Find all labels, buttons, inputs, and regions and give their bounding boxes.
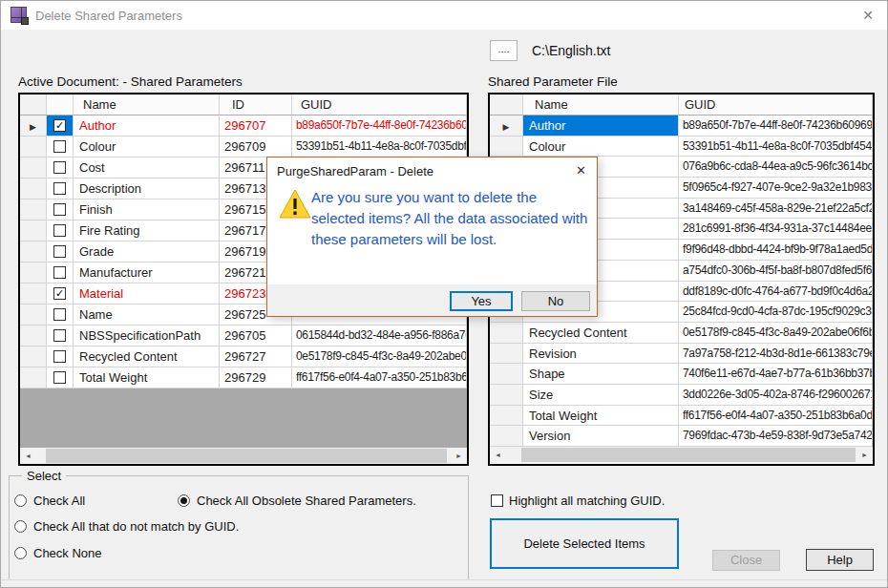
row-selector-cell[interactable] xyxy=(490,385,523,406)
row-checkbox[interactable] xyxy=(53,203,66,216)
row-selector-cell[interactable] xyxy=(490,136,523,158)
name-cell[interactable]: Fire Rating xyxy=(74,220,220,242)
name-cell[interactable]: Recycled Content xyxy=(74,346,220,368)
checkbox-cell[interactable] xyxy=(47,368,74,388)
radio-check-all-obsolete[interactable]: Check All Obsolete Shared Parameters. xyxy=(178,494,416,508)
row-checkbox[interactable] xyxy=(53,224,66,237)
name-cell[interactable]: Total Weight xyxy=(523,406,679,427)
name-cell[interactable]: Name xyxy=(74,304,220,326)
table-row[interactable]: ▶Authorb89a650f-7b7e-44ff-8e0f-74236b609… xyxy=(490,116,873,136)
guid-cell[interactable]: b89a650f-7b7e-44ff-8e0f-74236b609694 xyxy=(679,116,873,136)
name-cell[interactable]: Author xyxy=(523,116,679,136)
name-cell[interactable]: NBSSpecificationPath xyxy=(74,326,220,346)
name-cell[interactable]: Shape xyxy=(523,364,679,385)
table-row[interactable]: Recycled Content2967270e5178f9-c845-4f3c… xyxy=(20,346,467,368)
row-selector-cell[interactable] xyxy=(20,220,47,242)
name-cell[interactable]: Finish xyxy=(74,200,220,220)
radio-check-all[interactable]: Check All xyxy=(14,494,85,508)
yes-button[interactable]: Yes xyxy=(450,291,513,311)
id-cell[interactable]: 296727 xyxy=(220,346,292,368)
browse-file-button[interactable]: .... xyxy=(490,40,518,61)
radio-icon-selected[interactable] xyxy=(178,494,190,507)
row-selector-cell[interactable] xyxy=(20,136,47,158)
highlight-checkbox[interactable] xyxy=(491,494,503,507)
scroll-left-icon[interactable]: ◄ xyxy=(20,448,36,464)
guid-column-header[interactable]: GUID xyxy=(292,94,467,116)
row-checkbox[interactable] xyxy=(53,182,66,195)
id-column-header[interactable]: ID xyxy=(220,94,292,116)
name-cell[interactable]: Size xyxy=(523,385,679,406)
guid-cell[interactable]: 7969fdac-473b-4e59-838f-9d73e5a74295 xyxy=(679,426,873,447)
selector-column-header[interactable] xyxy=(20,94,47,116)
guid-cell[interactable]: 3a148469-c45f-458a-829e-21ef22a5cf2f xyxy=(679,199,873,220)
guid-cell[interactable]: a754dfc0-306b-4f5f-ba8f-b807d8fed5f6 xyxy=(679,261,873,282)
name-cell[interactable]: Author xyxy=(74,116,220,136)
row-selector-cell[interactable] xyxy=(20,262,47,284)
radio-icon[interactable] xyxy=(14,494,27,507)
id-cell[interactable]: 296729 xyxy=(220,368,292,388)
checkbox-cell[interactable] xyxy=(47,158,74,178)
guid-cell[interactable]: ddf8189c-d0fc-4764-a677-bd9f0c4d6a2d xyxy=(679,282,873,303)
name-cell[interactable]: Colour xyxy=(523,136,679,158)
guid-cell[interactable]: 0e5178f9-c845-4f3c-8a49-202abe06f6b7 xyxy=(679,323,873,344)
table-row[interactable]: Colour29670953391b51-4b11-4e8a-8c0f-7035… xyxy=(20,136,467,158)
scrollbar-thumb[interactable] xyxy=(46,449,447,463)
no-button[interactable]: No xyxy=(521,291,590,311)
name-cell[interactable]: Colour xyxy=(74,136,220,158)
guid-cell[interactable]: 0615844d-bd32-484e-a956-f886a7e3f... xyxy=(292,326,467,346)
row-selector-cell[interactable] xyxy=(490,344,523,365)
row-selector-cell[interactable] xyxy=(490,406,523,427)
close-button[interactable]: Close xyxy=(712,550,780,571)
row-checkbox[interactable] xyxy=(53,371,66,384)
selector-column-header[interactable] xyxy=(490,94,523,116)
guid-cell[interactable]: 740f6e11-e67d-4ae7-b77a-61b36bb37bde xyxy=(679,364,873,385)
name-cell[interactable]: Material xyxy=(74,284,220,304)
row-selector-cell[interactable] xyxy=(490,426,523,447)
radio-check-no-match-guid[interactable]: Check All that do not match by GUID. xyxy=(14,519,239,534)
row-checkbox[interactable] xyxy=(53,245,66,258)
guid-column-header[interactable]: GUID xyxy=(679,94,873,116)
highlight-matching-guid-option[interactable]: Highlight all matching GUID. xyxy=(491,494,665,508)
table-row[interactable]: Shape740f6e11-e67d-4ae7-b77a-61b36bb37bd… xyxy=(490,364,873,385)
checkbox-cell[interactable]: ✓ xyxy=(47,116,74,136)
checkbox-cell[interactable] xyxy=(47,136,74,158)
guid-cell[interactable]: 25c84fcd-9cd0-4cfa-87dc-195cf9029c30 xyxy=(679,302,873,323)
name-cell[interactable]: Revision xyxy=(523,344,679,365)
row-selector-cell[interactable] xyxy=(20,200,47,220)
checkbox-cell[interactable] xyxy=(47,304,74,326)
scrollbar-thumb[interactable] xyxy=(521,448,856,462)
row-selector-cell[interactable] xyxy=(490,323,523,344)
radio-icon[interactable] xyxy=(14,520,27,533)
table-row[interactable]: Total Weight296729ff617f56-e0f4-4a07-a35… xyxy=(20,368,467,388)
guid-cell[interactable]: 53391b51-4b11-4e8a-8c0f-7035dbf45... xyxy=(292,136,467,158)
table-row[interactable]: Recycled Content0e5178f9-c845-4f3c-8a49-… xyxy=(490,323,873,344)
name-cell[interactable]: Grade xyxy=(74,242,220,262)
checkbox-cell[interactable]: ✓ xyxy=(47,284,74,304)
row-selector-cell[interactable] xyxy=(20,326,47,346)
table-row[interactable]: Colour53391b51-4b11-4e8a-8c0f-7035dbf454… xyxy=(490,136,873,158)
row-selector-cell[interactable] xyxy=(20,242,47,262)
guid-cell[interactable]: 0e5178f9-c845-4f3c-8a49-202abe06f6... xyxy=(292,346,467,368)
help-button[interactable]: Help xyxy=(806,549,874,571)
row-checkbox[interactable] xyxy=(53,140,66,153)
name-cell[interactable]: Cost xyxy=(74,158,220,178)
name-cell[interactable]: Version xyxy=(523,426,679,447)
row-selector-cell[interactable] xyxy=(20,178,47,200)
scroll-right-icon[interactable]: ► xyxy=(856,447,873,463)
table-row[interactable]: Revision7a97a758-f212-4b3d-8d1e-661383c7… xyxy=(490,344,873,365)
guid-cell[interactable]: 076a9b6c-cda8-44ea-a9c5-96fc3614bc28 xyxy=(679,157,873,178)
row-selector-cell[interactable] xyxy=(490,364,523,385)
name-cell[interactable]: Manufacturer xyxy=(74,262,220,284)
name-cell[interactable]: Total Weight xyxy=(74,368,220,388)
guid-cell[interactable]: 53391b51-4b11-4e8a-8c0f-7035dbf454f5 xyxy=(679,136,873,158)
row-selector-cell[interactable] xyxy=(20,158,47,178)
id-cell[interactable]: 296705 xyxy=(220,326,292,346)
row-selector-cell[interactable] xyxy=(20,284,47,304)
row-checkbox[interactable] xyxy=(53,350,66,363)
guid-cell[interactable]: f9f96d48-dbbd-4424-bf9b-9f78a1aed5d0 xyxy=(679,240,873,261)
row-selector-cell[interactable] xyxy=(20,346,47,368)
guid-cell[interactable]: b89a650f-7b7e-44ff-8e0f-74236b609694 xyxy=(292,116,467,136)
checkbox-cell[interactable] xyxy=(47,326,74,346)
guid-cell[interactable]: 3dd0226e-3d05-402a-8746-f296002671e6 xyxy=(679,385,873,406)
table-row[interactable]: Total Weightff617f56-e0f4-4a07-a350-251b… xyxy=(490,406,873,427)
